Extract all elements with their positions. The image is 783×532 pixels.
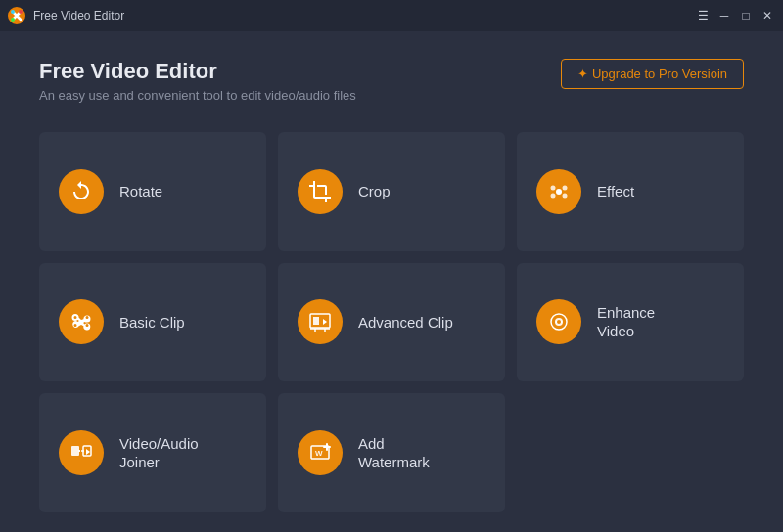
advanced-clip-label: Advanced Clip bbox=[358, 313, 453, 332]
svg-rect-10 bbox=[313, 317, 319, 325]
app-heading: Free Video Editor bbox=[39, 59, 356, 84]
title-bar: Free Video Editor ☰ ─ □ ✕ bbox=[0, 0, 783, 31]
svg-point-7 bbox=[551, 193, 556, 198]
maximize-btn[interactable]: □ bbox=[738, 8, 754, 23]
app-icon bbox=[8, 7, 25, 24]
app-subtitle: An easy use and convenient tool to edit … bbox=[39, 88, 356, 103]
crop-icon-circle bbox=[298, 169, 343, 214]
close-btn[interactable]: ✕ bbox=[760, 8, 775, 23]
video-audio-joiner-icon-circle bbox=[59, 430, 104, 475]
app-title: Free Video Editor bbox=[33, 9, 124, 22]
rotate-label: Rotate bbox=[119, 182, 162, 201]
tool-advanced-clip[interactable]: Advanced Clip bbox=[278, 263, 505, 382]
tool-video-audio-joiner[interactable]: Video/Audio Joiner bbox=[39, 393, 266, 512]
tool-effect[interactable]: Effect bbox=[517, 132, 744, 251]
svg-point-4 bbox=[556, 189, 562, 195]
tools-grid: Rotate Crop Effect bbox=[39, 132, 744, 512]
rotate-icon-circle bbox=[59, 169, 104, 214]
minimize-btn[interactable]: ─ bbox=[716, 8, 732, 23]
advanced-clip-icon-circle bbox=[298, 299, 343, 344]
svg-point-8 bbox=[563, 193, 568, 198]
basic-clip-icon-circle bbox=[59, 299, 104, 344]
svg-text:W: W bbox=[315, 449, 323, 458]
video-audio-joiner-label: Video/Audio Joiner bbox=[119, 434, 199, 472]
title-bar-left: Free Video Editor bbox=[8, 7, 124, 24]
svg-point-2 bbox=[19, 10, 23, 14]
header: Free Video Editor An easy use and conven… bbox=[39, 59, 744, 103]
crop-label: Crop bbox=[358, 182, 391, 201]
svg-point-21 bbox=[82, 450, 84, 452]
menu-btn[interactable]: ☰ bbox=[695, 8, 711, 23]
svg-point-1 bbox=[11, 10, 15, 14]
basic-clip-label: Basic Clip bbox=[119, 313, 185, 332]
svg-point-5 bbox=[551, 185, 556, 190]
enhance-video-label: Enhance Video bbox=[597, 303, 655, 341]
svg-point-16 bbox=[557, 320, 561, 324]
main-content: Free Video Editor An easy use and conven… bbox=[0, 31, 783, 532]
effect-icon-circle bbox=[536, 169, 581, 214]
tool-basic-clip[interactable]: Basic Clip bbox=[39, 263, 266, 382]
add-watermark-icon-circle: W bbox=[298, 430, 343, 475]
add-watermark-label: Add Watermark bbox=[358, 434, 430, 472]
svg-point-3 bbox=[11, 18, 15, 22]
tool-crop[interactable]: Crop bbox=[278, 132, 505, 251]
tool-add-watermark[interactable]: W Add Watermark bbox=[278, 393, 505, 512]
effect-label: Effect bbox=[597, 182, 634, 201]
svg-point-6 bbox=[563, 185, 568, 190]
grid-empty-cell bbox=[517, 393, 744, 512]
window-controls: ☰ ─ □ ✕ bbox=[695, 8, 775, 23]
enhance-video-icon-circle bbox=[536, 299, 581, 344]
tool-rotate[interactable]: Rotate bbox=[39, 132, 266, 251]
header-text: Free Video Editor An easy use and conven… bbox=[39, 59, 356, 103]
tool-enhance-video[interactable]: Enhance Video bbox=[517, 263, 744, 382]
upgrade-button[interactable]: ✦ Upgrade to Pro Versioin bbox=[561, 59, 744, 89]
svg-point-20 bbox=[78, 450, 80, 452]
svg-rect-17 bbox=[71, 446, 79, 456]
